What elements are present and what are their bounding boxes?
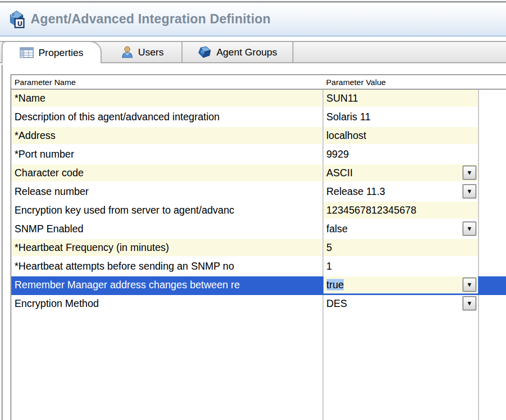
table-body: *NameSUN11Description of this agent/adva…: [11, 90, 506, 314]
param-name-cell[interactable]: *Port number: [11, 146, 322, 164]
param-value-text: localhost: [327, 130, 367, 141]
page-title: Agent/Advanced Integration Definition: [31, 11, 271, 26]
parameters-table: Parameter Name Parameter Value *NameSUN1…: [10, 74, 506, 420]
table-row[interactable]: *Port number9929: [11, 146, 506, 164]
param-value-cell[interactable]: true▼: [324, 276, 479, 295]
param-value-text: 5: [327, 242, 332, 253]
tab-agent-groups[interactable]: Agent Groups: [182, 42, 293, 62]
param-name-cell[interactable]: Release number: [11, 183, 322, 202]
table-row[interactable]: *Addresslocalhost: [11, 127, 506, 146]
param-value-cell[interactable]: SUN11: [324, 90, 479, 108]
tab-users[interactable]: Users: [104, 42, 182, 62]
param-name-cell[interactable]: Remember Manager address changes between…: [11, 276, 322, 295]
param-value-cell[interactable]: localhost: [324, 127, 479, 146]
spacer: [0, 37, 506, 41]
param-value-text: 9929: [327, 148, 349, 160]
tab-properties-label: Properties: [38, 47, 83, 59]
svg-text:U: U: [17, 20, 23, 27]
table-row[interactable]: *NameSUN11: [11, 90, 506, 108]
param-name-cell[interactable]: *Address: [11, 127, 322, 146]
param-value-cell[interactable]: false▼: [324, 220, 479, 239]
param-value-cell[interactable]: ASCII▼: [324, 164, 479, 183]
param-value-text: ASCII: [327, 167, 353, 178]
table-row[interactable]: *Heartbeat Frequency (in minutes)5: [11, 239, 506, 258]
param-value-cell[interactable]: 1234567812345678: [324, 202, 479, 220]
dropdown-button[interactable]: ▼: [462, 184, 476, 199]
dropdown-button[interactable]: ▼: [462, 165, 476, 180]
column-header-parameter-name[interactable]: Parameter Name: [15, 75, 319, 90]
param-value-text: 1234567812345678: [327, 204, 417, 216]
table-row[interactable]: SNMP Enabledfalse▼: [11, 220, 506, 239]
param-name-cell[interactable]: *Heartbeat Frequency (in minutes): [11, 239, 322, 258]
param-value-text: SUN11: [327, 92, 358, 104]
tab-agent-groups-label: Agent Groups: [216, 47, 277, 58]
param-value-text: false: [327, 223, 348, 234]
param-value-cell[interactable]: Solaris 11: [324, 108, 479, 127]
tab-properties[interactable]: Properties: [2, 41, 102, 63]
param-value-cell[interactable]: DES▼: [324, 295, 479, 314]
dropdown-button[interactable]: ▼: [462, 296, 476, 311]
param-value-text: true: [327, 279, 344, 290]
table-row[interactable]: Description of this agent/advanced integ…: [11, 108, 506, 127]
content-pane-left-border: [2, 65, 3, 420]
param-name-cell[interactable]: *Heartbeat attempts before sending an SN…: [11, 258, 322, 276]
param-value-text: DES: [327, 298, 347, 309]
header-band: P U Agent/Advanced Integration Definitio…: [0, 3, 506, 37]
param-name-cell[interactable]: Encryption key used from server to agent…: [11, 202, 322, 220]
agent-definition-icon: P U: [6, 9, 27, 30]
param-value-cell[interactable]: 5: [324, 239, 479, 258]
table-row[interactable]: Encryption key used from server to agent…: [11, 202, 506, 220]
agent-group-icon: [198, 46, 212, 58]
user-icon: [121, 46, 133, 59]
table-row[interactable]: Encryption MethodDES▼: [11, 295, 506, 314]
table-icon: [20, 47, 34, 58]
svg-text:P: P: [12, 13, 15, 18]
param-value-cell[interactable]: Release 11.3▼: [324, 183, 479, 202]
table-row[interactable]: Remember Manager address changes between…: [11, 276, 506, 295]
table-row[interactable]: Release numberRelease 11.3▼: [11, 183, 506, 202]
tab-users-label: Users: [138, 47, 164, 58]
param-value-text: Release 11.3: [327, 186, 385, 197]
dropdown-button[interactable]: ▼: [462, 221, 476, 236]
column-header-parameter-value[interactable]: Parameter Value: [326, 75, 475, 90]
tab-bar: Properties Users Agent Groups: [0, 41, 506, 63]
table-header-row: Parameter Name Parameter Value: [11, 75, 506, 90]
param-value-text: 1: [327, 260, 332, 272]
table-row[interactable]: Character codeASCII▼: [11, 164, 506, 183]
param-name-cell[interactable]: SNMP Enabled: [11, 220, 322, 239]
param-name-cell[interactable]: Description of this agent/advanced integ…: [11, 108, 322, 127]
param-value-text: Solaris 11: [327, 111, 371, 122]
table-row[interactable]: *Heartbeat attempts before sending an SN…: [11, 258, 506, 276]
param-name-cell[interactable]: *Name: [11, 90, 322, 108]
param-value-cell[interactable]: 9929: [324, 146, 479, 164]
param-name-cell[interactable]: Character code: [11, 164, 322, 183]
param-name-cell[interactable]: Encryption Method: [11, 295, 322, 314]
tab-strip-filler: [293, 42, 506, 62]
param-value-cell[interactable]: 1: [324, 258, 479, 276]
dropdown-button[interactable]: ▼: [462, 277, 476, 292]
